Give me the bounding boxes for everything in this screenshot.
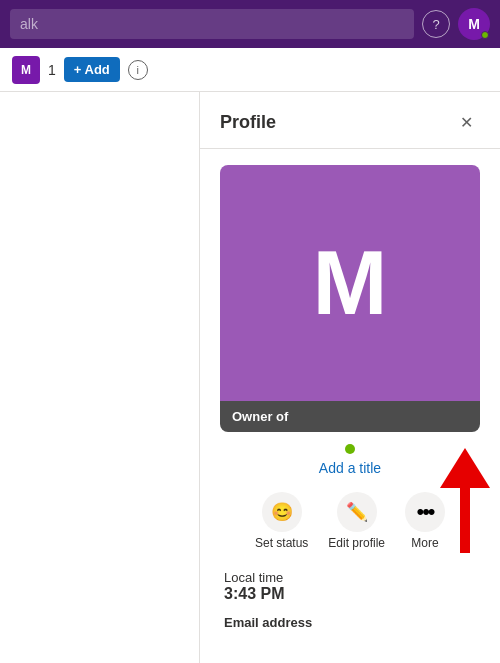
topbar: ? M — [0, 0, 500, 48]
add-button[interactable]: + Add — [64, 57, 120, 82]
main-layout: Profile ✕ M Owner of Add a title 😊 Set s… — [0, 92, 500, 663]
profile-avatar-container: M Owner of — [220, 165, 480, 432]
info-icon[interactable]: i — [128, 60, 148, 80]
left-panel — [0, 92, 200, 663]
local-time-value: 3:43 PM — [224, 585, 476, 603]
set-status-label: Set status — [255, 536, 308, 550]
profile-title: Profile — [220, 112, 276, 133]
more-icon: ••• — [405, 492, 445, 532]
set-status-icon: 😊 — [262, 492, 302, 532]
close-button[interactable]: ✕ — [452, 108, 480, 136]
email-address-label: Email address — [224, 615, 476, 630]
set-status-button[interactable]: 😊 Set status — [255, 492, 308, 550]
toolbar: M 1 + Add i — [0, 48, 500, 92]
action-buttons: 😊 Set status ✏️ Edit profile ••• More — [255, 492, 445, 550]
profile-panel: Profile ✕ M Owner of Add a title 😊 Set s… — [200, 92, 500, 663]
profile-avatar-letter: M — [313, 232, 388, 335]
info-section: Local time 3:43 PM Email address — [220, 570, 480, 642]
local-time-item: Local time 3:43 PM — [224, 570, 476, 603]
email-address-item: Email address — [224, 615, 476, 630]
online-status-dot — [481, 31, 489, 39]
local-time-label: Local time — [224, 570, 476, 585]
more-label: More — [411, 536, 438, 550]
profile-avatar-large: M — [220, 165, 480, 401]
edit-profile-icon: ✏️ — [337, 492, 377, 532]
profile-header: Profile ✕ — [200, 92, 500, 149]
edit-profile-button[interactable]: ✏️ Edit profile — [328, 492, 385, 550]
online-dot — [345, 444, 355, 454]
toolbar-avatar: M — [12, 56, 40, 84]
edit-profile-label: Edit profile — [328, 536, 385, 550]
toolbar-count: 1 — [48, 62, 56, 78]
profile-body: Add a title 😊 Set status ✏️ Edit profile… — [200, 432, 500, 654]
help-icon[interactable]: ? — [422, 10, 450, 38]
user-avatar-btn[interactable]: M — [458, 8, 490, 40]
profile-owner-bar: Owner of — [220, 401, 480, 432]
more-button[interactable]: ••• More — [405, 492, 445, 550]
add-title-link[interactable]: Add a title — [319, 460, 381, 476]
search-input[interactable] — [10, 9, 414, 39]
